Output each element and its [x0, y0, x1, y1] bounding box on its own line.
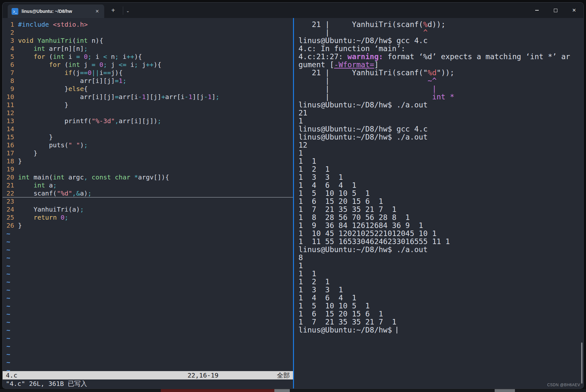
code-line: 15 } — [3, 133, 293, 141]
chevron-down-icon[interactable]: ⌄ — [126, 8, 130, 13]
line-number: 20 — [6, 173, 18, 181]
line-number: 5 — [6, 53, 18, 61]
line-number: 18 — [6, 157, 18, 165]
vim-tilde: ~ — [3, 262, 293, 270]
vim-statusline: 4.c 22,16-19 全部 — [3, 371, 293, 379]
terminal-line: linus@Ubuntu:~/D8/hw$ ./a.out — [298, 101, 583, 109]
minimize-button[interactable] — [527, 3, 546, 18]
text-cursor — [397, 327, 397, 333]
code-line: 19 — [3, 165, 293, 173]
terminal-line: 1 — [298, 262, 583, 270]
code-line: 18} — [3, 157, 293, 165]
line-number: 2 — [6, 29, 18, 37]
line-number: 23 — [6, 197, 18, 205]
vim-message-line: "4.c" 26L, 361B 已写入 — [3, 379, 293, 388]
tab-separator — [123, 6, 123, 15]
line-number: 8 — [6, 77, 18, 85]
terminal-line: linus@Ubuntu:~/D8/hw$ — [298, 326, 583, 334]
statusline-filename: 4.c — [6, 371, 17, 379]
terminal-line: | ~^ — [298, 77, 583, 85]
statusline-cursor-position: 22,16-19 — [188, 371, 218, 379]
vim-tilde: ~ — [3, 270, 293, 278]
line-number: 26 — [6, 222, 18, 230]
shell-output: 21 | YanhuiTri(scanf(%d)); | ^linus@Ubun… — [294, 18, 583, 334]
line-number: 10 — [6, 93, 18, 101]
vim-tilde: ~ — [3, 246, 293, 254]
code-line: 22 scanf("%d",&a); — [3, 189, 293, 197]
line-number: 11 — [6, 101, 18, 109]
maximize-icon — [554, 9, 557, 12]
terminal-line: 1 — [298, 149, 583, 157]
line-number: 25 — [6, 214, 18, 222]
background-window-gray-2 — [495, 389, 515, 392]
terminal-line: linus@Ubuntu:~/D8/hw$ gcc 4.c — [298, 37, 583, 45]
code-line: 13 printf("%-3d",arr[i][j]); — [3, 117, 293, 125]
tab-close-icon[interactable]: ✕ — [93, 8, 101, 14]
code-line: 25 return 0; — [3, 214, 293, 222]
title-bar: ❯_ linus@Ubuntu: ~/D8/hw ✕ + ⌄ ✕ — [3, 3, 583, 18]
terminal-line: 1 3 3 1 — [298, 173, 583, 181]
shell-pane[interactable]: 21 | YanhuiTri(scanf(%d)); | ^linus@Ubun… — [294, 18, 583, 388]
code-line: 2 — [3, 29, 293, 37]
code-line: 24 YanhuiTri(a); — [3, 205, 293, 214]
powershell-icon: ❯_ — [12, 8, 18, 15]
scrollbar-thumb[interactable] — [581, 342, 582, 384]
line-number: 22 — [6, 189, 18, 197]
line-number: 7 — [6, 69, 18, 77]
vim-empty-lines: ~~~~~~~~~~~~~~~~~~ — [3, 230, 293, 371]
terminal-line: 1 — [298, 117, 583, 125]
terminal-line: 1 4 6 4 1 — [298, 294, 583, 302]
code-line: 6 for (int j = 0; j <= i; j++){ — [3, 61, 293, 69]
vim-tilde: ~ — [3, 254, 293, 262]
line-number: 17 — [6, 149, 18, 157]
vim-tilde: ~ — [3, 278, 293, 286]
vim-tilde: ~ — [3, 294, 293, 302]
terminal-line: 1 5 10 10 5 1 — [298, 189, 583, 197]
maximize-button[interactable] — [546, 3, 565, 18]
terminal-line: gument [-Wformat=] — [298, 61, 583, 69]
code-line: 11 } — [3, 101, 293, 109]
terminal-line: | ^ — [298, 29, 583, 37]
terminal-tab[interactable]: ❯_ linus@Ubuntu: ~/D8/hw ✕ — [8, 5, 104, 18]
terminal-line: 1 3 3 1 — [298, 286, 583, 294]
line-number: 9 — [6, 85, 18, 93]
line-number: 19 — [6, 165, 18, 173]
code-line: 14 — [3, 125, 293, 133]
vim-tilde: ~ — [3, 326, 293, 334]
terminal-line: 1 2 1 — [298, 165, 583, 173]
vim-tilde: ~ — [3, 286, 293, 294]
terminal-line: 8 — [298, 254, 583, 262]
code-line: 16 puts(" "); — [3, 141, 293, 149]
code-line: 5 for (int i = 0; i < n; i++){ — [3, 53, 293, 61]
terminal-line: 1 6 15 20 15 6 1 — [298, 310, 583, 318]
terminal-line: linus@Ubuntu:~/D8/hw$ ./a.out — [298, 133, 583, 141]
terminal-line: 1 1 — [298, 157, 583, 165]
terminal-line: 12 — [298, 141, 583, 149]
line-number: 21 — [6, 181, 18, 189]
terminal-line: 21 | YanhuiTri(scanf("%d")); — [298, 69, 583, 77]
terminal-line: 21 — [298, 109, 583, 117]
terminal-line: 1 7 21 35 35 21 7 1 — [298, 205, 583, 214]
watermark: CSDN @BH6AEV — [547, 383, 580, 387]
terminal-line: 1 7 21 35 35 21 7 1 — [298, 318, 583, 326]
new-tab-button[interactable]: + — [111, 7, 115, 14]
window-controls: ✕ — [527, 3, 583, 18]
vim-tilde: ~ — [3, 238, 293, 246]
code-line: 20int main(int argc, const char *argv[])… — [3, 173, 293, 181]
close-button[interactable]: ✕ — [565, 3, 583, 18]
vim-tilde: ~ — [3, 342, 293, 350]
terminal-line: 4.c: In function ‘main’: — [298, 45, 583, 53]
code-line: 9 }else{ — [3, 85, 293, 93]
code-line: 3void YanhuiTri(int n){ — [3, 37, 293, 45]
background-window-red — [161, 389, 274, 392]
vim-tilde: ~ — [3, 366, 293, 371]
desktop: ❯_ linus@Ubuntu: ~/D8/hw ✕ + ⌄ ✕ 1#inclu… — [0, 0, 586, 392]
code-line: 1#include <stdio.h> — [3, 21, 293, 29]
code-line: 8 arr[i][j]=1; — [3, 77, 293, 85]
code-line: 4 int arr[n][n]; — [3, 45, 293, 53]
terminal-line: 1 11 55 16533046246233016555 11 1 — [298, 238, 583, 246]
code-line: 12 — [3, 109, 293, 117]
line-number: 14 — [6, 125, 18, 133]
code-line: 21 int a; — [3, 181, 293, 189]
vim-editor-pane[interactable]: 1#include <stdio.h>23void YanhuiTri(int … — [3, 18, 293, 388]
